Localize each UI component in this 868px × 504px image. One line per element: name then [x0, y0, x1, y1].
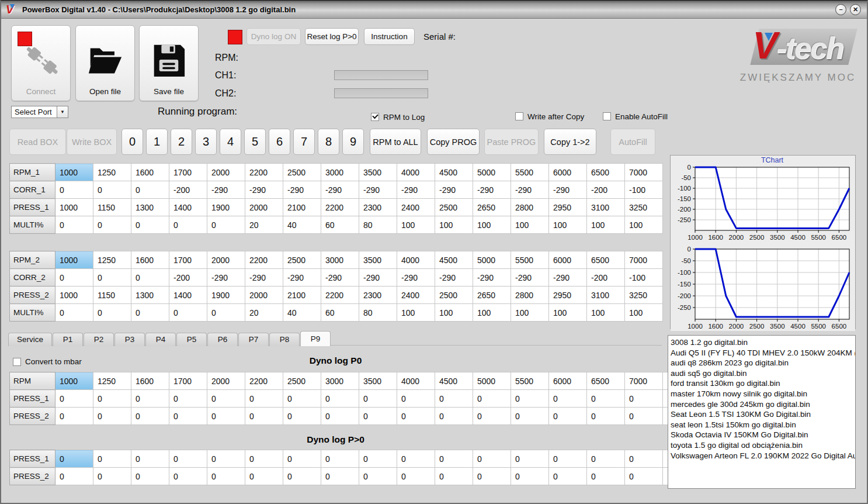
table-cell[interactable]: 3500	[359, 372, 397, 390]
table-cell[interactable]: 1000	[55, 199, 93, 216]
table-cell[interactable]: 0	[283, 408, 321, 425]
select-port-dropdown[interactable]: Select Port ▼	[11, 106, 68, 118]
table-cell[interactable]: -290	[359, 181, 397, 199]
table-cell[interactable]: -290	[473, 269, 511, 286]
table-cell[interactable]: 0	[473, 450, 511, 468]
table-cell[interactable]: -100	[625, 181, 663, 199]
table-cell[interactable]: 2800	[511, 199, 549, 216]
rpm-to-log-checkbox[interactable]	[371, 113, 379, 121]
list-item[interactable]: Skoda Octavia IV 150KM Go Digital.bin	[671, 430, 855, 440]
table-cell[interactable]: -290	[245, 181, 283, 199]
table-cell[interactable]: 0	[93, 408, 131, 425]
reset-log-button[interactable]: Reset log P>0	[305, 28, 359, 45]
table-cell[interactable]: 0	[397, 450, 435, 468]
table-cell[interactable]: 2300	[359, 286, 397, 304]
list-item[interactable]: Audi Q5 II (FY FL) 40 TDI MHEV 2.0 150kW…	[671, 348, 855, 358]
table-cell[interactable]: 2400	[397, 199, 435, 216]
enable-autofill-checkbox[interactable]	[603, 112, 611, 120]
program-digit-button[interactable]: 9	[342, 129, 364, 155]
table-cell[interactable]: 80	[359, 216, 397, 234]
paste-prog-button[interactable]: Paste PROG	[484, 129, 539, 155]
table-cell[interactable]: 3000	[321, 372, 359, 390]
table-cell[interactable]: 40	[283, 304, 321, 322]
program-digit-button[interactable]: 8	[318, 129, 339, 155]
table-cell[interactable]: 2500	[435, 199, 473, 216]
program-digit-button[interactable]: 1	[146, 129, 168, 155]
table-cell[interactable]: 3000	[321, 164, 359, 181]
chevron-down-icon[interactable]: ▼	[57, 106, 68, 118]
table-cell[interactable]: 2200	[245, 372, 283, 390]
table-cell[interactable]: 0	[587, 408, 625, 425]
table-cell[interactable]: 3000	[321, 251, 359, 269]
program-digit-button[interactable]: 4	[220, 129, 241, 155]
table-cell[interactable]: 0	[93, 304, 131, 322]
program-digit-button[interactable]: 6	[269, 129, 290, 155]
table-cell[interactable]: 6000	[549, 251, 587, 269]
table-cell[interactable]: 6000	[549, 164, 587, 181]
table-cell[interactable]: 0	[359, 408, 397, 425]
table-cell[interactable]: 4000	[397, 251, 435, 269]
list-item[interactable]: seat leon 1.5tsi 150km go digital.bin	[671, 420, 855, 430]
table-cell[interactable]: 100	[397, 216, 435, 234]
list-item[interactable]: audi sq5 go digital.bin	[671, 368, 855, 379]
table-cell[interactable]: 100	[511, 304, 549, 322]
table-cell[interactable]: 0	[55, 269, 93, 286]
table-cell[interactable]: 0	[511, 468, 549, 485]
table-cell[interactable]: 100	[435, 216, 473, 234]
table-cell[interactable]: 7000	[625, 372, 663, 390]
tab-p8[interactable]: P8	[269, 333, 300, 346]
table-cell[interactable]: 0	[55, 216, 93, 234]
table-cell[interactable]: 100	[587, 304, 625, 322]
table-cell[interactable]: 0	[55, 390, 93, 408]
table-cell[interactable]: 0	[207, 390, 245, 408]
tab-p9[interactable]: P9	[300, 331, 331, 346]
tab-service[interactable]: Service	[8, 333, 52, 346]
table-cell[interactable]: 2000	[207, 164, 245, 181]
table-cell[interactable]: 1000	[55, 251, 93, 269]
table-cell[interactable]: 0	[283, 390, 321, 408]
table-cell[interactable]: 0	[131, 269, 169, 286]
table-cell[interactable]: 5000	[473, 372, 511, 390]
table-cell[interactable]: 3100	[587, 199, 625, 216]
program-digit-button[interactable]: 2	[171, 129, 192, 155]
table-cell[interactable]: 0	[55, 181, 93, 199]
table-cell[interactable]: 0	[435, 468, 473, 485]
table-cell[interactable]: 2000	[245, 199, 283, 216]
table-cell[interactable]: 4000	[397, 372, 435, 390]
table-cell[interactable]: 0	[169, 216, 207, 234]
table-cell[interactable]: 5000	[473, 251, 511, 269]
table-cell[interactable]: 1400	[169, 199, 207, 216]
read-box-button[interactable]: Read BOX	[9, 129, 66, 155]
table-cell[interactable]: -290	[435, 269, 473, 286]
table-cell[interactable]: 1600	[131, 251, 169, 269]
program-digit-button[interactable]: 5	[244, 129, 266, 155]
table-cell[interactable]: 80	[359, 304, 397, 322]
table-cell[interactable]: 0	[55, 450, 93, 468]
table-cell[interactable]: 2100	[283, 199, 321, 216]
dyno-log-on-button[interactable]: Dyno log ON	[246, 28, 301, 45]
table-cell[interactable]: 0	[93, 216, 131, 234]
table-cell[interactable]: 0	[131, 390, 169, 408]
table-cell[interactable]: 2500	[283, 164, 321, 181]
table-cell[interactable]: 0	[549, 390, 587, 408]
table-cell[interactable]: 0	[207, 468, 245, 485]
open-file-button[interactable]: Open file	[75, 25, 135, 101]
table-cell[interactable]: 2200	[245, 251, 283, 269]
instruction-button[interactable]: Instruction	[364, 28, 415, 45]
table-cell[interactable]: -200	[587, 181, 625, 199]
table-cell[interactable]: -290	[511, 181, 549, 199]
close-button[interactable]: ✕	[850, 4, 861, 15]
table-cell[interactable]: 0	[93, 269, 131, 286]
table-cell[interactable]: 1000	[55, 164, 93, 181]
table-cell[interactable]: 2300	[359, 199, 397, 216]
table-cell[interactable]: 0	[93, 468, 131, 485]
table-cell[interactable]: 7000	[625, 251, 663, 269]
table-cell[interactable]: 0	[321, 450, 359, 468]
table-cell[interactable]: 0	[473, 390, 511, 408]
copy-1-2-button[interactable]: Copy 1->2	[544, 129, 596, 155]
table-cell[interactable]: 0	[435, 390, 473, 408]
table-cell[interactable]: 1150	[93, 286, 131, 304]
table-cell[interactable]: -290	[435, 181, 473, 199]
table-cell[interactable]: 0	[207, 408, 245, 425]
write-after-copy-checkbox[interactable]	[515, 112, 523, 120]
